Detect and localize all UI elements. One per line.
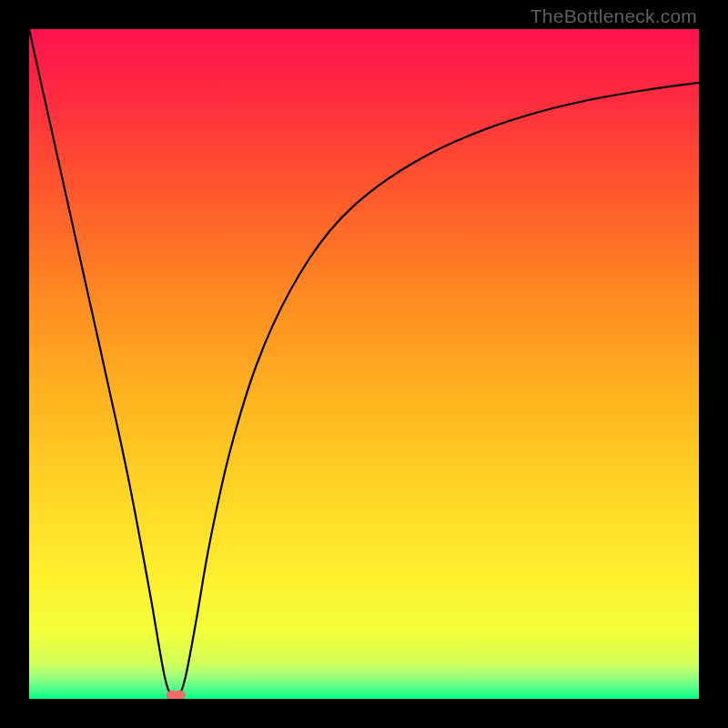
curve-layer [29, 29, 699, 699]
bottleneck-curve [29, 29, 699, 698]
plot-area [29, 29, 699, 699]
attribution-text: TheBottleneck.com [531, 5, 697, 27]
chart-frame: { "attribution": "TheBottleneck.com", "c… [0, 0, 728, 728]
